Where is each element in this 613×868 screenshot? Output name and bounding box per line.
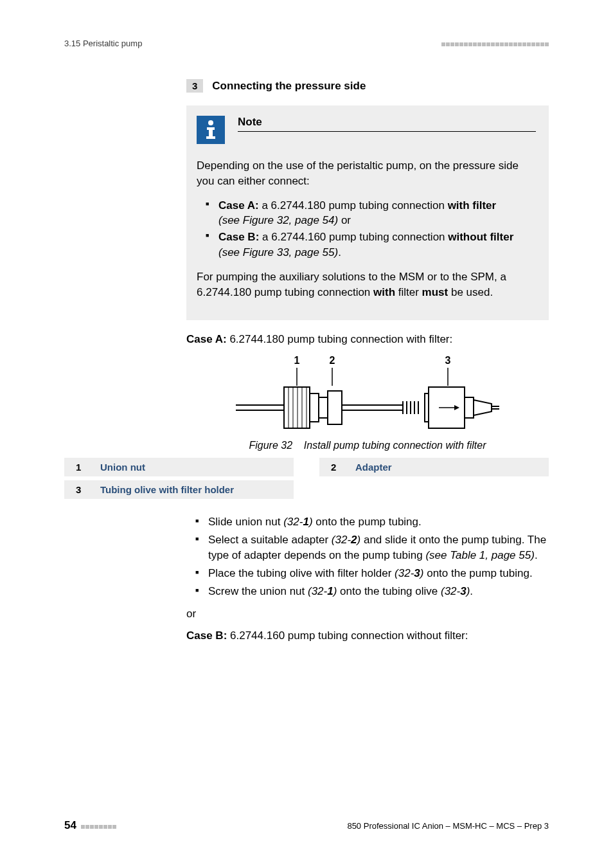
case-a-heading: Case A: 6.2744.180 pump tubing connectio… [186, 333, 549, 346]
page-footer: 54 850 Professional IC Anion – MSM-HC – … [64, 819, 549, 832]
note-case-a: Case A: a 6.2744.180 pump tubing connect… [206, 198, 536, 229]
figure-32: 1 2 3 [186, 355, 549, 435]
legend-item-2: 2 Adapter [319, 458, 549, 476]
fig-label-1: 1 [294, 355, 300, 366]
header-ornament [441, 39, 549, 48]
info-icon [197, 116, 225, 144]
note-case-b: Case B: a 6.2744.160 pump tubing connect… [206, 230, 536, 260]
svg-rect-29 [465, 397, 474, 418]
svg-rect-16 [319, 397, 328, 418]
step-heading: 3 Connecting the pressure side [186, 79, 549, 93]
svg-rect-3 [206, 136, 215, 139]
fig-label-3: 3 [445, 355, 451, 366]
footer-ornament [80, 821, 116, 831]
figure-caption: Figure 32 Install pump tubing connection… [186, 440, 549, 451]
svg-rect-2 [209, 127, 213, 138]
note-outro: For pumping the auxiliary solutions to t… [197, 269, 536, 300]
note-intro: Depending on the use of the peristaltic … [197, 158, 536, 189]
step-title: Connecting the pressure side [212, 80, 366, 93]
note-label: Note [238, 116, 262, 128]
section-label: 3.15 Peristaltic pump [64, 39, 142, 48]
footer-doc-title: 850 Professional IC Anion – MSM-HC – MCS… [347, 821, 549, 831]
step-number: 3 [186, 79, 203, 93]
instruction-2: Select a suitable adapter (32-2) and sli… [195, 532, 549, 563]
page-number: 54 [64, 819, 76, 832]
case-b-heading: Case B: 6.2744.160 pump tubing connectio… [186, 629, 549, 642]
instruction-4: Screw the union nut (32-1) onto the tubi… [195, 584, 549, 599]
instruction-1: Slide union nut (32-1) onto the pump tub… [195, 514, 549, 530]
svg-rect-15 [310, 393, 319, 422]
svg-rect-9 [284, 387, 310, 428]
svg-rect-26 [425, 393, 429, 422]
figure-legend: 1 Union nut 2 Adapter 3 Tubing olive wit… [64, 458, 549, 499]
note-case-list: Case A: a 6.2744.180 pump tubing connect… [197, 198, 536, 260]
fig-label-2: 2 [330, 355, 335, 366]
instruction-3: Place the tubing olive with filter holde… [195, 566, 549, 581]
legend-item-1: 1 Union nut [64, 458, 294, 476]
instruction-list: Slide union nut (32-1) onto the pump tub… [186, 514, 549, 599]
legend-item-3: 3 Tubing olive with filter holder [64, 480, 294, 499]
svg-rect-17 [328, 391, 342, 424]
svg-point-0 [208, 120, 213, 125]
note-box: Note Depending on the use of the perista… [186, 105, 549, 320]
or-separator: or [186, 608, 549, 620]
running-header: 3.15 Peristaltic pump [64, 39, 549, 48]
